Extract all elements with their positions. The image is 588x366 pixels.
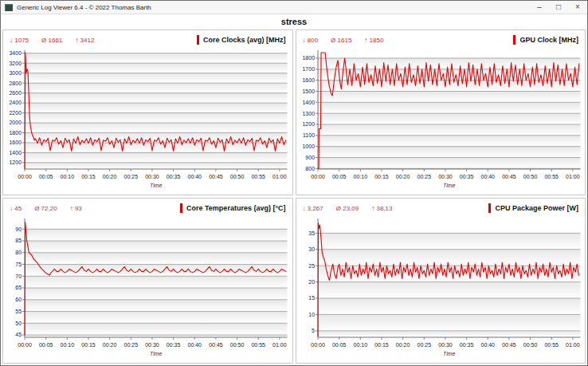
svg-text:00:10: 00:10 bbox=[61, 174, 75, 179]
svg-text:800: 800 bbox=[305, 166, 315, 171]
app-icon bbox=[5, 4, 13, 11]
page-title: stress bbox=[281, 17, 307, 26]
stat-min: ↓ 800 bbox=[303, 37, 319, 44]
svg-text:25: 25 bbox=[308, 263, 315, 269]
chart-canvas-cpu-package-power[interactable]: 510152025303500:0000:0500:1000:1500:2000… bbox=[296, 216, 586, 363]
stat-avg: Ø 1661 bbox=[41, 37, 62, 44]
svg-text:900: 900 bbox=[305, 155, 315, 160]
svg-text:60: 60 bbox=[15, 297, 22, 302]
svg-text:00:25: 00:25 bbox=[417, 342, 431, 348]
chart-canvas-core-temperatures[interactable]: 4550556065707580859000:0000:0500:1000:15… bbox=[3, 216, 292, 363]
svg-text:Time: Time bbox=[150, 183, 163, 188]
chart-title: Core Temperatures (avg) [°C] bbox=[186, 204, 285, 212]
svg-text:50: 50 bbox=[15, 321, 22, 326]
svg-text:30: 30 bbox=[308, 246, 315, 252]
svg-text:00:55: 00:55 bbox=[544, 342, 559, 348]
svg-text:10: 10 bbox=[308, 312, 315, 317]
svg-text:00:20: 00:20 bbox=[103, 342, 117, 348]
avg-icon: Ø bbox=[336, 205, 341, 212]
svg-text:00:20: 00:20 bbox=[395, 342, 410, 348]
legend-color-bar bbox=[180, 203, 182, 213]
legend-color-bar bbox=[197, 35, 199, 45]
stat-max: ↑ 38,13 bbox=[371, 205, 392, 212]
svg-text:1800: 1800 bbox=[9, 130, 22, 136]
svg-text:00:10: 00:10 bbox=[353, 342, 367, 348]
chart-stats: ↓ 1075 Ø 1661 ↑ 3412 bbox=[10, 37, 107, 44]
svg-text:65: 65 bbox=[15, 285, 22, 290]
chart-legend: GPU Clock [MHz] bbox=[513, 35, 578, 45]
svg-text:1200: 1200 bbox=[302, 121, 315, 127]
chart-legend: Core Temperatures (avg) [°C] bbox=[180, 203, 285, 213]
svg-text:1100: 1100 bbox=[302, 132, 314, 138]
stat-max: ↑ 93 bbox=[70, 205, 82, 212]
maximize-button[interactable]: □ bbox=[549, 1, 568, 14]
svg-text:85: 85 bbox=[15, 238, 22, 243]
svg-text:00:20: 00:20 bbox=[395, 174, 410, 179]
svg-text:Time: Time bbox=[150, 351, 163, 356]
svg-text:00:35: 00:35 bbox=[459, 342, 473, 348]
window-controls: – □ × bbox=[530, 1, 587, 14]
svg-text:1400: 1400 bbox=[9, 150, 22, 155]
svg-text:01:00: 01:00 bbox=[272, 174, 287, 179]
svg-text:2600: 2600 bbox=[9, 90, 22, 96]
svg-text:00:15: 00:15 bbox=[81, 342, 96, 348]
svg-text:00:10: 00:10 bbox=[353, 174, 367, 179]
svg-text:1000: 1000 bbox=[302, 144, 315, 149]
svg-text:01:00: 01:00 bbox=[566, 174, 580, 179]
svg-text:1200: 1200 bbox=[9, 159, 22, 165]
svg-text:00:05: 00:05 bbox=[39, 342, 53, 348]
svg-text:20: 20 bbox=[308, 279, 315, 285]
stat-min: ↓ 3,267 bbox=[303, 205, 323, 212]
svg-text:00:25: 00:25 bbox=[124, 342, 139, 348]
chart-legend: CPU Package Power [W] bbox=[488, 203, 578, 213]
svg-text:00:25: 00:25 bbox=[417, 174, 431, 179]
svg-text:15: 15 bbox=[308, 295, 315, 301]
svg-text:00:40: 00:40 bbox=[480, 174, 495, 179]
svg-text:2400: 2400 bbox=[9, 100, 22, 105]
svg-text:00:50: 00:50 bbox=[230, 174, 245, 179]
svg-text:00:45: 00:45 bbox=[209, 342, 223, 348]
svg-text:00:35: 00:35 bbox=[167, 342, 181, 348]
avg-icon: Ø bbox=[41, 37, 46, 44]
legend-color-bar bbox=[488, 203, 491, 213]
close-button[interactable]: × bbox=[568, 1, 587, 14]
svg-text:00:40: 00:40 bbox=[187, 174, 202, 179]
svg-text:00:00: 00:00 bbox=[311, 174, 325, 179]
svg-text:00:25: 00:25 bbox=[124, 174, 139, 179]
max-icon: ↑ bbox=[371, 205, 374, 212]
minimize-button[interactable]: – bbox=[530, 1, 549, 14]
svg-text:00:15: 00:15 bbox=[374, 342, 389, 348]
svg-text:00:45: 00:45 bbox=[209, 174, 223, 179]
avg-icon: Ø bbox=[34, 205, 39, 212]
svg-text:00:40: 00:40 bbox=[480, 342, 495, 348]
chart-stats: ↓ 45 Ø 72,20 ↑ 93 bbox=[10, 205, 95, 212]
svg-text:75: 75 bbox=[15, 262, 22, 267]
svg-text:00:40: 00:40 bbox=[187, 342, 202, 348]
svg-text:00:00: 00:00 bbox=[18, 174, 32, 179]
min-icon: ↓ bbox=[303, 37, 306, 44]
svg-text:1600: 1600 bbox=[302, 77, 315, 83]
svg-text:90: 90 bbox=[15, 226, 22, 232]
chart-panel-cpu-package-power: ↓ 3,267 Ø 23,09 ↑ 38,13 CPU Package Powe… bbox=[296, 198, 586, 364]
svg-text:45: 45 bbox=[15, 332, 22, 337]
svg-text:01:00: 01:00 bbox=[272, 342, 287, 348]
chart-canvas-gpu-clock[interactable]: 8009001000110012001300140015001600170018… bbox=[296, 48, 586, 195]
svg-text:1300: 1300 bbox=[302, 111, 315, 116]
chart-canvas-core-clocks[interactable]: 1200140016001800200022002400260028003000… bbox=[3, 48, 292, 195]
svg-text:00:00: 00:00 bbox=[311, 342, 325, 348]
svg-text:3000: 3000 bbox=[9, 70, 22, 76]
stat-avg: Ø 1615 bbox=[331, 37, 351, 44]
svg-text:00:15: 00:15 bbox=[81, 174, 96, 179]
svg-text:2800: 2800 bbox=[9, 81, 22, 86]
svg-text:00:50: 00:50 bbox=[523, 342, 537, 348]
avg-icon: Ø bbox=[331, 37, 335, 44]
window-title: Generic Log Viewer 6.4 - © 2022 Thomas B… bbox=[17, 4, 530, 11]
svg-text:2000: 2000 bbox=[9, 120, 22, 125]
svg-text:35: 35 bbox=[308, 230, 315, 236]
svg-text:1600: 1600 bbox=[9, 140, 22, 145]
svg-text:3200: 3200 bbox=[9, 61, 22, 66]
svg-text:3400: 3400 bbox=[9, 50, 22, 56]
svg-text:Time: Time bbox=[443, 183, 456, 188]
panel-header: ↓ 3,267 Ø 23,09 ↑ 38,13 CPU Package Powe… bbox=[296, 199, 586, 216]
svg-text:00:50: 00:50 bbox=[230, 342, 245, 348]
